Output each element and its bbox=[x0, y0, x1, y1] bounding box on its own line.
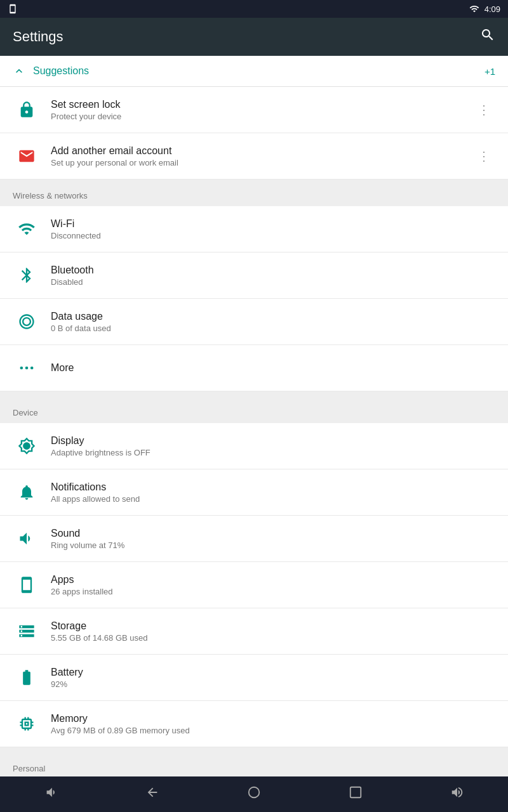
bluetooth-title: Bluetooth bbox=[51, 265, 495, 276]
sound-text: Sound Ring volume at 71% bbox=[51, 528, 495, 550]
screenshot-icon bbox=[8, 4, 18, 14]
storage-subtitle: 5.55 GB of 14.68 GB used bbox=[51, 633, 495, 643]
wireless-section-label: Wireless & networks bbox=[13, 191, 88, 200]
set-screen-lock-subtitle: Protect your device bbox=[51, 112, 472, 121]
data-usage-title: Data usage bbox=[51, 311, 495, 322]
notifications-text: Notifications All apps allowed to send bbox=[51, 481, 495, 504]
add-email-text: Add another email account Set up your pe… bbox=[51, 145, 472, 167]
sound-subtitle: Ring volume at 71% bbox=[51, 540, 495, 550]
personal-section-label: Personal bbox=[13, 764, 45, 773]
wifi-title: Wi-Fi bbox=[51, 218, 495, 230]
add-email-title: Add another email account bbox=[51, 145, 472, 157]
wifi-icon bbox=[13, 215, 41, 243]
sound-title: Sound bbox=[51, 528, 495, 539]
lock-icon bbox=[13, 96, 41, 124]
more-item[interactable]: More bbox=[0, 345, 508, 391]
set-screen-lock-item[interactable]: Set screen lock Protect your device ⋮ bbox=[0, 87, 508, 133]
memory-item[interactable]: Memory Avg 679 MB of 0.89 GB memory used bbox=[0, 701, 508, 747]
svg-point-2 bbox=[30, 367, 34, 370]
volume-down-button[interactable] bbox=[31, 780, 70, 808]
set-screen-lock-more-icon[interactable]: ⋮ bbox=[472, 97, 495, 122]
bottom-nav bbox=[0, 776, 508, 812]
sound-icon bbox=[13, 525, 41, 553]
suggestions-label: Suggestions bbox=[33, 65, 89, 77]
memory-title: Memory bbox=[51, 713, 495, 724]
device-section-header: Device bbox=[0, 396, 508, 423]
svg-point-1 bbox=[25, 367, 29, 370]
storage-icon bbox=[13, 617, 41, 645]
bluetooth-icon bbox=[13, 261, 41, 289]
apps-title: Apps bbox=[51, 574, 495, 586]
display-item[interactable]: Display Adaptive brightness is OFF bbox=[0, 423, 508, 469]
notifications-title: Notifications bbox=[51, 481, 495, 493]
display-title: Display bbox=[51, 435, 495, 447]
storage-text: Storage 5.55 GB of 14.68 GB used bbox=[51, 620, 495, 643]
home-button[interactable] bbox=[234, 780, 274, 808]
memory-text: Memory Avg 679 MB of 0.89 GB memory used bbox=[51, 713, 495, 735]
recent-apps-button[interactable] bbox=[336, 780, 375, 808]
apps-item[interactable]: Apps 26 apps installed bbox=[0, 562, 508, 608]
back-button[interactable] bbox=[133, 780, 172, 808]
wifi-text: Wi-Fi Disconnected bbox=[51, 218, 495, 240]
svg-rect-4 bbox=[351, 787, 361, 798]
apps-text: Apps 26 apps installed bbox=[51, 574, 495, 596]
wifi-item[interactable]: Wi-Fi Disconnected bbox=[0, 206, 508, 252]
apps-icon bbox=[13, 571, 41, 599]
add-email-more-icon[interactable]: ⋮ bbox=[472, 143, 495, 169]
notifications-item[interactable]: Notifications All apps allowed to send bbox=[0, 469, 508, 516]
storage-item[interactable]: Storage 5.55 GB of 14.68 GB used bbox=[0, 608, 508, 655]
svg-point-0 bbox=[20, 367, 23, 370]
divider-1 bbox=[0, 391, 508, 396]
display-subtitle: Adaptive brightness is OFF bbox=[51, 448, 495, 457]
search-button[interactable] bbox=[480, 27, 495, 46]
data-usage-subtitle: 0 B of data used bbox=[51, 324, 495, 333]
battery-subtitle: 92% bbox=[51, 679, 495, 689]
battery-icon bbox=[13, 664, 41, 691]
bluetooth-item[interactable]: Bluetooth Disabled bbox=[0, 252, 508, 299]
notifications-subtitle: All apps allowed to send bbox=[51, 494, 495, 504]
wireless-section-header: Wireless & networks bbox=[0, 180, 508, 206]
set-screen-lock-title: Set screen lock bbox=[51, 99, 472, 110]
set-screen-lock-text: Set screen lock Protect your device bbox=[51, 99, 472, 121]
personal-section-header: Personal bbox=[0, 752, 508, 776]
status-bar-right: 4:09 bbox=[469, 4, 500, 14]
data-usage-item[interactable]: Data usage 0 B of data used bbox=[0, 299, 508, 345]
data-usage-icon bbox=[13, 308, 41, 336]
volume-up-button[interactable] bbox=[438, 780, 477, 808]
storage-title: Storage bbox=[51, 620, 495, 632]
memory-icon bbox=[13, 710, 41, 738]
data-usage-text: Data usage 0 B of data used bbox=[51, 311, 495, 333]
time-display: 4:09 bbox=[485, 4, 500, 14]
wifi-status-icon bbox=[469, 4, 479, 14]
chevron-up-icon bbox=[13, 65, 25, 77]
bluetooth-subtitle: Disabled bbox=[51, 277, 495, 287]
more-dots-icon bbox=[13, 354, 41, 382]
suggestions-left: Suggestions bbox=[13, 65, 89, 77]
display-icon bbox=[13, 432, 41, 460]
apps-subtitle: 26 apps installed bbox=[51, 587, 495, 596]
bluetooth-text: Bluetooth Disabled bbox=[51, 265, 495, 287]
page-title: Settings bbox=[13, 29, 64, 45]
more-text: More bbox=[51, 362, 495, 374]
status-bar-left bbox=[8, 4, 18, 14]
status-bar: 4:09 bbox=[0, 0, 508, 18]
suggestions-count: +1 bbox=[485, 66, 495, 77]
suggestions-section[interactable]: Suggestions +1 bbox=[0, 56, 508, 87]
sound-item[interactable]: Sound Ring volume at 71% bbox=[0, 516, 508, 562]
battery-title: Battery bbox=[51, 667, 495, 678]
settings-content: Suggestions +1 Set screen lock Protect y… bbox=[0, 56, 508, 776]
memory-subtitle: Avg 679 MB of 0.89 GB memory used bbox=[51, 726, 495, 735]
battery-item[interactable]: Battery 92% bbox=[0, 655, 508, 701]
more-title: More bbox=[51, 362, 495, 374]
device-section-label: Device bbox=[13, 408, 38, 417]
notifications-icon bbox=[13, 478, 41, 506]
battery-text: Battery 92% bbox=[51, 667, 495, 689]
add-email-item[interactable]: Add another email account Set up your pe… bbox=[0, 133, 508, 180]
email-icon bbox=[13, 142, 41, 170]
add-email-subtitle: Set up your personal or work email bbox=[51, 158, 472, 167]
wifi-subtitle: Disconnected bbox=[51, 231, 495, 240]
app-bar: Settings bbox=[0, 18, 508, 56]
svg-point-3 bbox=[249, 787, 260, 798]
display-text: Display Adaptive brightness is OFF bbox=[51, 435, 495, 457]
divider-2 bbox=[0, 747, 508, 752]
